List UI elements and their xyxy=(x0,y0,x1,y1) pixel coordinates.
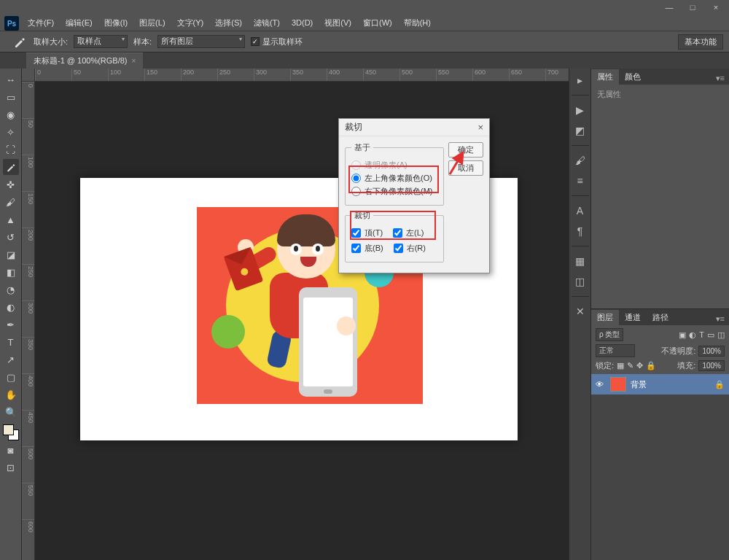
stamp-tool[interactable]: ▲ xyxy=(3,211,19,228)
dodge-tool[interactable]: ◐ xyxy=(3,299,19,315)
ruler-horizontal[interactable]: 0501001502002503003504004505005506006507… xyxy=(35,69,569,82)
styles-panel-icon[interactable]: ◫ xyxy=(573,274,588,289)
dialog-titlebar[interactable]: 裁切 × xyxy=(339,119,489,136)
document-tab[interactable]: 未标题-1 @ 100%(RGB/8) × xyxy=(26,52,143,69)
menu-window[interactable]: 窗口(W) xyxy=(359,16,397,30)
ok-button[interactable]: 确定 xyxy=(448,142,483,158)
swatches-panel-icon[interactable]: ▦ xyxy=(573,254,588,268)
sample-label: 样本: xyxy=(133,36,152,47)
shape-tool[interactable]: ▢ xyxy=(3,369,19,385)
pen-tool[interactable]: ✒ xyxy=(3,316,19,332)
eraser-tool[interactable]: ◪ xyxy=(3,246,19,262)
check-left[interactable]: 左(L) xyxy=(393,228,424,238)
filter-image-icon[interactable]: ▣ xyxy=(679,330,686,340)
opacity-label: 不透明度: xyxy=(661,346,695,357)
brushpresets-panel-icon[interactable]: ≡ xyxy=(573,174,588,188)
lock-position-icon[interactable]: ✥ xyxy=(636,361,643,370)
history-panel-icon[interactable]: ▶ xyxy=(573,103,588,117)
lock-transparency-icon[interactable]: ▦ xyxy=(617,361,624,370)
hand-tool[interactable]: ✋ xyxy=(3,386,19,402)
layer-row[interactable]: 👁 背景 🔒 xyxy=(591,374,729,394)
menu-layer[interactable]: 图层(L) xyxy=(135,16,169,30)
cancel-button[interactable]: 取消 xyxy=(448,160,483,176)
panels-column: 属性 颜色 ▾≡ 无属性 图层 通道 路径 ▾≡ ρ 类型 ▣ ◐ T ▭ xyxy=(590,69,729,560)
tab-paths[interactable]: 路径 xyxy=(647,310,674,325)
filter-kind-select[interactable]: ρ 类型 xyxy=(596,328,623,341)
visibility-icon[interactable]: 👁 xyxy=(596,380,606,389)
marquee-tool[interactable]: ▭ xyxy=(3,89,19,105)
text-tool[interactable]: T xyxy=(3,334,19,350)
radio-bottomright[interactable]: 右下角像素颜色(M) xyxy=(351,186,437,197)
lock-all-icon[interactable]: 🔒 xyxy=(646,361,656,370)
blend-mode-select[interactable]: 正常 xyxy=(596,344,635,357)
sample-size-label: 取样大小: xyxy=(34,36,68,47)
paragraph-panel-icon[interactable]: ¶ xyxy=(573,224,588,238)
opacity-value[interactable]: 100% xyxy=(698,346,725,357)
menu-3d[interactable]: 3D(D) xyxy=(287,17,317,28)
panel-menu-icon[interactable]: ▾≡ xyxy=(712,72,729,85)
brush-tool[interactable]: 🖌 xyxy=(3,194,19,210)
filter-shape-icon[interactable]: ▭ xyxy=(707,330,714,340)
check-bottom[interactable]: 底(B) xyxy=(351,243,383,254)
brush-panel-icon[interactable]: 🖌 xyxy=(573,153,588,168)
layer-thumb[interactable] xyxy=(610,377,626,392)
window-close-button[interactable]: × xyxy=(707,2,725,12)
menu-file[interactable]: 文件(F) xyxy=(23,16,58,30)
menu-image[interactable]: 图像(I) xyxy=(100,16,132,30)
screenmode-tool[interactable]: ⊡ xyxy=(3,459,19,475)
menu-filter[interactable]: 滤镜(T) xyxy=(249,16,284,30)
crop-tool[interactable]: ⛶ xyxy=(3,141,19,158)
character-panel-icon[interactable]: A xyxy=(573,203,588,218)
menu-help[interactable]: 帮助(H) xyxy=(399,16,435,30)
zoom-tool[interactable]: 🔍 xyxy=(3,404,19,420)
menu-view[interactable]: 视图(V) xyxy=(320,16,356,30)
actions-panel-icon[interactable]: ◩ xyxy=(573,123,588,138)
wand-tool[interactable]: ✧ xyxy=(3,124,19,140)
filter-adjust-icon[interactable]: ◐ xyxy=(689,330,696,340)
lock-icon[interactable]: 🔒 xyxy=(714,380,725,389)
menu-select[interactable]: 选择(S) xyxy=(211,16,246,30)
gradient-tool[interactable]: ◧ xyxy=(3,264,19,280)
radio-topleft[interactable]: 左上角像素颜色(O) xyxy=(351,173,437,184)
show-ring-label: 显示取样环 xyxy=(262,36,303,47)
move-tool[interactable]: ↔ xyxy=(3,71,19,88)
properties-body: 无属性 xyxy=(591,85,729,308)
ruler-vertical[interactable]: 050100150200250300350400450500550600 xyxy=(22,82,35,560)
tab-channels[interactable]: 通道 xyxy=(619,310,647,325)
close-icon[interactable]: × xyxy=(132,57,136,65)
fg-color[interactable] xyxy=(3,424,14,435)
fill-value[interactable]: 100% xyxy=(698,360,725,371)
check-top[interactable]: 顶(T) xyxy=(351,228,383,238)
sample-select[interactable]: 所有图层 xyxy=(157,35,245,48)
tools-panel-icon[interactable]: ✕ xyxy=(573,304,588,319)
window-maximize-button[interactable]: □ xyxy=(684,2,701,12)
tab-layers[interactable]: 图层 xyxy=(591,310,619,325)
dock-expand-icon[interactable]: ▸ xyxy=(573,73,588,88)
color-swatch[interactable] xyxy=(3,424,19,440)
sample-size-select[interactable]: 取样点 xyxy=(74,35,128,48)
history-brush-tool[interactable]: ↺ xyxy=(3,229,19,245)
lasso-tool[interactable]: ◉ xyxy=(3,106,19,122)
menu-edit[interactable]: 编辑(E) xyxy=(61,16,97,30)
tab-properties[interactable]: 属性 xyxy=(591,69,619,85)
ruler-origin[interactable] xyxy=(22,69,35,82)
menu-type[interactable]: 文字(Y) xyxy=(173,16,208,30)
quickmask-tool[interactable]: ◙ xyxy=(3,442,19,458)
heal-tool[interactable]: ✜ xyxy=(3,176,19,192)
layer-list[interactable]: 👁 背景 🔒 xyxy=(591,374,729,560)
dialog-close-icon[interactable]: × xyxy=(477,122,483,133)
tab-color[interactable]: 颜色 xyxy=(619,69,647,85)
path-tool[interactable]: ↗ xyxy=(3,351,19,368)
eyedropper-tool[interactable] xyxy=(3,159,19,175)
panel-menu-icon[interactable]: ▾≡ xyxy=(712,313,729,325)
filter-text-icon[interactable]: T xyxy=(699,330,704,339)
filter-smart-icon[interactable]: ◫ xyxy=(717,330,725,340)
show-ring-checkbox[interactable]: ✓ 显示取样环 xyxy=(251,36,303,47)
lock-brush-icon[interactable]: ✎ xyxy=(627,361,634,370)
layer-name[interactable]: 背景 xyxy=(631,379,647,390)
blur-tool[interactable]: ◔ xyxy=(3,281,19,298)
workspace-switcher[interactable]: 基本功能 xyxy=(678,34,723,50)
based-on-legend: 基于 xyxy=(351,142,373,153)
check-right[interactable]: 右(R) xyxy=(394,243,426,254)
window-minimize-button[interactable]: — xyxy=(660,2,678,12)
